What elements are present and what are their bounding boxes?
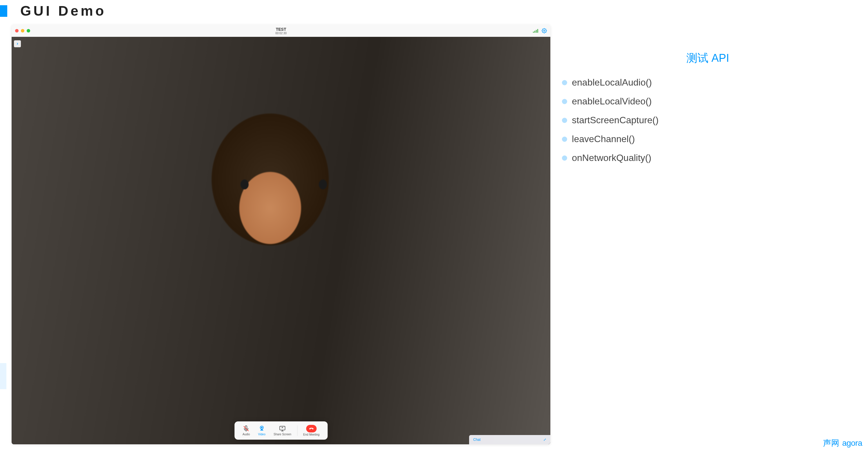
end-meeting-label: End Meeting [303, 433, 319, 436]
api-item: startScreenCapture() [562, 115, 854, 126]
share-screen-label: Share Screen [274, 433, 291, 436]
control-bar: Audio Video [235, 421, 328, 440]
video-button[interactable]: Video [255, 424, 269, 437]
traffic-lights [15, 29, 30, 32]
chat-bar[interactable]: Chat ⤢ [469, 435, 550, 444]
window-titlebar: TEST 00:02:30 [11, 25, 550, 37]
slide-title: GUI Demo [20, 3, 106, 19]
svg-rect-5 [280, 426, 285, 430]
api-title: 测试 API [562, 51, 854, 66]
bullet-icon [562, 80, 567, 85]
window-title: TEST [275, 27, 287, 32]
call-timer: 00:02:30 [275, 32, 287, 35]
api-text: enableLocalAudio() [572, 77, 652, 88]
audio-label: Audio [243, 433, 250, 436]
share-screen-button[interactable]: Share Screen [270, 424, 295, 437]
mic-muted-icon [243, 425, 250, 432]
camera-icon [258, 425, 265, 432]
api-panel: 测试 API enableLocalAudio() enableLocalVid… [562, 25, 854, 444]
left-accent [0, 363, 6, 389]
hangup-icon [306, 425, 316, 432]
api-text: enableLocalVideo() [572, 96, 652, 107]
svg-point-4 [261, 427, 262, 428]
audio-button[interactable]: Audio [239, 424, 253, 437]
app-window: TEST 00:02:30 [11, 25, 550, 444]
slide-header: GUI Demo [0, 0, 868, 25]
end-meeting-button[interactable]: End Meeting [300, 424, 323, 438]
bullet-icon [562, 118, 567, 123]
bullet-icon [562, 156, 567, 161]
share-screen-icon [279, 425, 286, 432]
signal-icon[interactable] [533, 29, 538, 33]
api-text: onNetworkQuality() [572, 153, 651, 163]
bullet-icon [562, 137, 567, 142]
settings-icon[interactable] [541, 28, 547, 33]
bullet-icon [562, 99, 567, 104]
api-item: onNetworkQuality() [562, 153, 854, 163]
video-label: Video [258, 433, 266, 436]
logo-cn: 声网 [823, 438, 839, 449]
api-item: enableLocalAudio() [562, 77, 854, 88]
api-text: leaveChannel() [572, 134, 635, 144]
accent-bar [0, 5, 7, 17]
chat-label: Chat [473, 438, 480, 442]
sidebar-toggle[interactable] [14, 40, 21, 47]
video-area: Audio Video [11, 37, 550, 444]
minimize-button[interactable] [21, 29, 24, 32]
maximize-button[interactable] [27, 29, 30, 32]
video-feed [11, 37, 550, 444]
expand-icon: ⤢ [544, 438, 546, 442]
svg-point-0 [544, 30, 545, 32]
close-button[interactable] [15, 29, 19, 32]
api-text: startScreenCapture() [572, 115, 658, 126]
api-item: leaveChannel() [562, 134, 854, 144]
api-item: enableLocalVideo() [562, 96, 854, 107]
logo-en: agora [842, 439, 862, 448]
footer-logo: 声网 agora [823, 438, 862, 449]
api-list: enableLocalAudio() enableLocalVideo() st… [562, 77, 854, 163]
